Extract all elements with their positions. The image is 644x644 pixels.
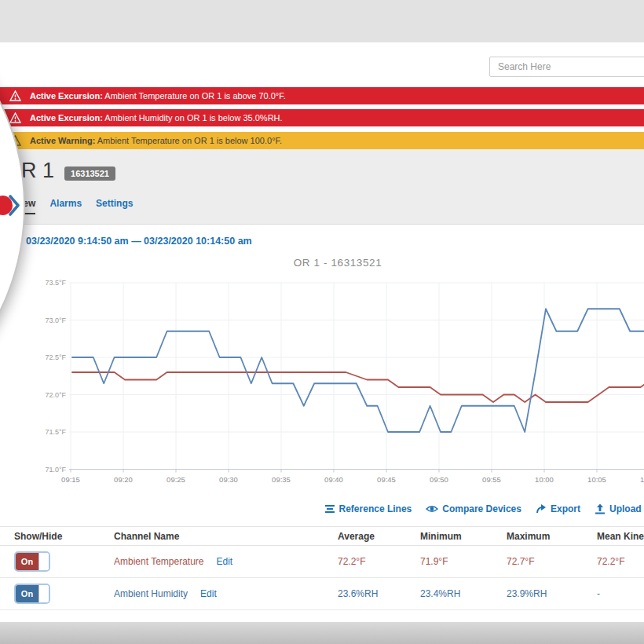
upload-data-icon [595,503,606,514]
column-header-average: Average [338,531,420,542]
column-header-maximum: Maximum [507,531,597,542]
letterbox-top [0,0,644,42]
minimum-value: 71.9°F [420,556,507,567]
show-hide-toggle[interactable]: On [14,584,50,604]
warning-triangle-icon [9,90,21,101]
app-window: Active Excursion: Ambient Temperature on… [0,42,644,622]
svg-text:09:50: 09:50 [430,475,448,484]
edit-channel-link[interactable]: Edit [217,556,233,567]
svg-text:09:30: 09:30 [219,475,238,484]
alert-text: Active Warning: Ambient Temperature on O… [0,136,282,145]
search-input[interactable] [489,57,644,77]
compare-devices-icon [426,503,438,514]
reference-lines-button[interactable]: Reference Lines [324,503,412,514]
alert-text: Active Excursion: Ambient Humidity on OR… [0,113,283,123]
show-hide-toggle[interactable]: On [14,551,50,572]
column-header-channel-name: Channel Name [114,531,338,542]
device-header: OR 1 16313521 Overview Alarms Settings [0,149,644,225]
alert-banner-temperature-excursion: Active Excursion: Ambient Temperature on… [0,87,644,104]
svg-text:72.0°F: 72.0°F [45,391,66,399]
column-header-show-hide: Show/Hide [0,531,114,542]
warning-triangle-icon [9,112,21,123]
alert-text: Active Excursion: Ambient Temperature on… [0,91,286,101]
line-chart[interactable]: 73.5°F73.0°F72.5°F72.0°F71.5°F71.0°F09:1… [0,272,644,492]
table-header-row: Show/Hide Channel Name Average Minimum M… [0,526,644,546]
minimum-value: 23.4%RH [420,588,507,599]
maximum-value: 72.7°F [507,556,597,567]
date-range-link[interactable]: 03/23/2020 9:14:50 am — 03/23/2020 10:14… [26,236,252,247]
svg-text:09:55: 09:55 [482,475,501,484]
channel-name: Ambient Temperature [114,556,204,567]
svg-text:72.5°F: 72.5°F [45,353,66,361]
screenshot-stage: Active Excursion: Ambient Temperature on… [0,0,644,644]
series-ambient-humidity [72,309,644,432]
chart-title: OR 1 - 16313521 [0,257,644,269]
svg-text:10:05: 10:05 [587,475,606,484]
edit-channel-link[interactable]: Edit [200,588,217,599]
alert-banner-temperature-warning: Active Warning: Ambient Temperature on O… [0,132,644,149]
svg-text:71.0°F: 71.0°F [45,466,66,474]
svg-text:09:20: 09:20 [114,475,133,484]
svg-text:71.5°F: 71.5°F [45,428,66,436]
column-header-mean-kinetic: Mean Kinetic [597,531,644,542]
average-value: 23.6%RH [338,588,420,599]
toggle-knob [38,585,49,602]
reference-lines-icon [324,503,335,514]
svg-text:73.0°F: 73.0°F [45,317,66,324]
upload-data-button[interactable]: Upload Data [595,503,644,514]
svg-text:09:15: 09:15 [61,475,80,484]
alert-banner-humidity-excursion: Active Excursion: Ambient Humidity on OR… [0,109,644,126]
svg-text:73.5°F: 73.5°F [45,279,66,287]
column-header-minimum: Minimum [420,531,507,542]
chart-actions: Reference Lines Compare Devices Export [324,503,644,514]
sidebar-expand-chevron-icon[interactable] [9,195,21,216]
channel-name: Ambient Humidity [114,588,188,599]
svg-text:10:00: 10:00 [535,475,554,484]
mean-kinetic-value: 72.2°F [597,556,644,567]
maximum-value: 23.9%RH [507,588,597,599]
export-button[interactable]: Export [536,503,580,514]
channel-table: Show/Hide Channel Name Average Minimum M… [0,526,644,610]
svg-text:09:25: 09:25 [166,475,185,484]
svg-text:10:10: 10:10 [640,475,644,484]
table-row-ambient-humidity: On Ambient Humidity Edit 23.6%RH 23.4%RH… [0,578,644,610]
svg-text:09:35: 09:35 [272,475,291,484]
compare-devices-button[interactable]: Compare Devices [426,503,521,514]
svg-text:09:45: 09:45 [377,475,396,484]
serial-badge: 16313521 [64,166,115,181]
letterbox-bottom [0,622,644,644]
toggle-knob [38,553,49,570]
mean-kinetic-value: - [597,588,644,599]
average-value: 72.2°F [338,556,420,567]
tab-alarms[interactable]: Alarms [49,198,82,214]
tab-settings[interactable]: Settings [96,198,133,214]
export-icon [536,503,547,514]
table-row-ambient-temperature: On Ambient Temperature Edit 72.2°F 71.9°… [0,546,644,578]
svg-text:09:40: 09:40 [324,475,343,484]
